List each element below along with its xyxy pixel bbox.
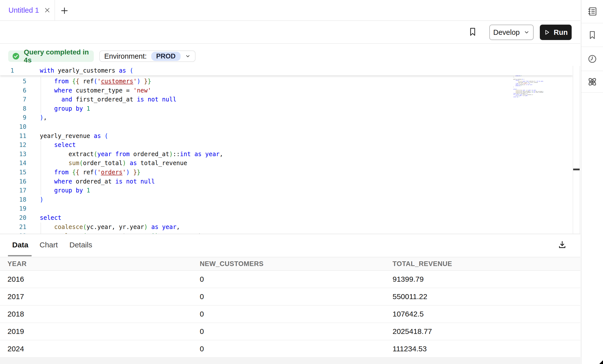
code-line-12[interactable]: 12 select xyxy=(0,140,573,150)
code-line-10[interactable]: 10 xyxy=(0,122,573,132)
code-token: ( xyxy=(104,133,108,139)
tab-chart[interactable]: Chart xyxy=(40,241,58,249)
environment-value-badge: PROD xyxy=(151,52,181,61)
code-line-14[interactable]: 14 sum(order_total) as total_revenue xyxy=(0,159,573,168)
code-token: group by xyxy=(54,105,83,112)
code-token: ' xyxy=(97,78,101,85)
code-token: extract xyxy=(40,151,94,158)
table-row: 2016091399.79 xyxy=(0,271,580,288)
code-line-15[interactable]: 15 from {{ ref('orders') }} xyxy=(0,168,573,177)
table-header-row: YEARNEW_CUSTOMERSTOTAL_REVENUE xyxy=(0,257,580,271)
code-token xyxy=(69,78,72,85)
code-token xyxy=(40,187,54,194)
code-line-13[interactable]: 13 extract(year from ordered_at)::int as… xyxy=(0,150,573,159)
code-line-21[interactable]: 21 coalesce(yc.year, yr.year) as year, xyxy=(0,223,573,232)
code-token xyxy=(130,169,133,176)
table-scrollbar-track[interactable] xyxy=(0,358,580,364)
code-token xyxy=(40,96,61,103)
code-token xyxy=(40,178,54,185)
tab-data[interactable]: Data xyxy=(12,241,28,249)
code-token: , xyxy=(220,151,223,158)
code-token xyxy=(201,151,205,158)
code-line-7[interactable]: 7 and first_ordered_at is not null xyxy=(0,95,573,104)
code-token: coalesce xyxy=(54,224,83,230)
line-number: 18 xyxy=(0,195,26,204)
table-cell: 111234.53 xyxy=(393,340,427,357)
tab-details[interactable]: Details xyxy=(69,241,92,249)
download-button[interactable] xyxy=(556,239,568,251)
table-row: 201902025418.77 xyxy=(0,323,580,340)
lineage-icon xyxy=(587,76,598,87)
code-token: is xyxy=(137,96,144,103)
editor-scrollbar-track[interactable] xyxy=(573,66,580,234)
table-cell: 0 xyxy=(200,271,204,288)
ref-link[interactable]: orders xyxy=(101,169,123,176)
column-header-new_customers: NEW_CUSTOMERS xyxy=(200,257,264,270)
sql-ide-window: Untitled 1 Develop Run Query completed i… xyxy=(0,0,603,364)
code-line-20[interactable]: 20select xyxy=(0,213,573,223)
editor-scrollbar-thumb[interactable] xyxy=(573,169,580,170)
table-row: 20170550011.22 xyxy=(0,288,580,306)
line-number: 12 xyxy=(0,140,26,150)
status-row: Query completed in 4s Environment: PROD xyxy=(0,44,580,66)
new-tab-button[interactable] xyxy=(59,5,70,16)
table-cell: 2019 xyxy=(7,323,24,340)
close-icon[interactable] xyxy=(44,7,50,13)
code-token xyxy=(40,160,69,167)
code-token: as xyxy=(94,133,101,139)
bookmark-icon xyxy=(468,27,478,37)
code-line-5[interactable]: 5 from {{ ref('customers') }} xyxy=(0,77,573,86)
table-cell: 550011.22 xyxy=(393,288,427,305)
code-token: ' xyxy=(122,169,126,176)
line-number: 16 xyxy=(0,177,26,186)
sticky-line-1[interactable]: 1with yearly_customers as ( xyxy=(0,66,573,75)
code-token: from xyxy=(54,169,69,176)
sidebar-item-notebook[interactable] xyxy=(581,0,603,23)
code-line-16[interactable]: 16 where ordered_at is not null xyxy=(0,177,573,186)
code-token: } xyxy=(144,78,148,85)
code-token: { xyxy=(72,78,76,85)
line-number: 5 xyxy=(0,77,26,86)
table-cell: 107642.5 xyxy=(393,306,424,322)
table-row: 20240111234.53 xyxy=(0,340,580,358)
resize-handle[interactable] xyxy=(599,360,603,364)
code-token: ) xyxy=(137,78,140,85)
code-token: ) xyxy=(169,151,173,158)
notebook-icon xyxy=(587,6,598,17)
code-token xyxy=(191,151,194,158)
code-token xyxy=(69,169,72,176)
sidebar-item-history[interactable] xyxy=(581,47,603,71)
sidebar-item-bookmarks[interactable] xyxy=(581,23,603,47)
history-icon xyxy=(587,54,597,64)
code-token xyxy=(40,87,54,94)
code-token: yearly_customers xyxy=(54,67,119,74)
code-token: null xyxy=(162,96,176,103)
tab-untitled-1[interactable]: Untitled 1 xyxy=(0,0,55,20)
query-status-badge: Query completed in 4s xyxy=(8,50,94,62)
sidebar-item-lineage[interactable] xyxy=(581,71,603,93)
code-token: 'new' xyxy=(133,87,151,94)
ref-link[interactable]: customers xyxy=(101,78,133,85)
code-line-8[interactable]: 8 group by 1 xyxy=(0,104,573,113)
develop-button[interactable]: Develop xyxy=(489,25,534,40)
run-button[interactable]: Run xyxy=(540,25,572,40)
code-line-6[interactable]: 6 where customer_type = 'new' xyxy=(0,86,573,95)
bookmark-button[interactable] xyxy=(466,25,480,39)
line-number: 20 xyxy=(0,213,26,223)
code-line-11[interactable]: 11yearly_revenue as ( xyxy=(0,132,573,141)
line-number: 1 xyxy=(0,66,26,75)
code-editor[interactable]: 5 from {{ ref('customers') }}6 where cus… xyxy=(0,66,573,234)
code-token: as xyxy=(119,67,126,74)
code-line-22[interactable]: 22 coalesce(yc.new_customers, 0) as new_… xyxy=(0,231,573,234)
environment-select[interactable]: Environment: PROD xyxy=(99,50,196,62)
code-token xyxy=(126,160,130,167)
line-number: 10 xyxy=(0,122,26,132)
code-token: year xyxy=(162,224,176,230)
code-token: { xyxy=(76,78,79,85)
code-line-19[interactable]: 19 xyxy=(0,204,573,213)
run-label: Run xyxy=(554,28,568,37)
code-line-9[interactable]: 9), xyxy=(0,113,573,122)
code-line-17[interactable]: 17 group by 1 xyxy=(0,186,573,195)
code-token xyxy=(141,78,144,85)
code-line-18[interactable]: 18) xyxy=(0,195,573,204)
